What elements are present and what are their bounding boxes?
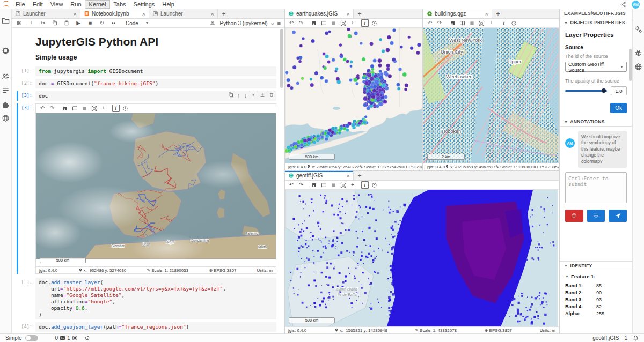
jupytergis-panel-icon[interactable] <box>633 60 644 73</box>
code-cell-2[interactable]: [2]: doc = GISDocument("france_hiking.jG… <box>14 79 276 88</box>
tab-notebook-ipynb[interactable]: Notebook.ipynb × <box>80 9 149 18</box>
share-icon[interactable] <box>619 1 627 8</box>
table-of-contents-icon[interactable] <box>0 83 12 97</box>
save-button[interactable] <box>15 19 24 27</box>
add-layer-icon[interactable]: + <box>348 181 357 189</box>
new-tab-button[interactable]: + <box>354 9 365 18</box>
tab-launcher-2[interactable]: Launcher × <box>149 9 218 18</box>
redo-icon[interactable]: ↷ <box>297 181 305 189</box>
user-avatar[interactable]: AM <box>632 1 640 9</box>
file-browser-icon[interactable] <box>0 13 12 27</box>
simple-mode-toggle[interactable] <box>25 335 38 341</box>
delete-cell-icon[interactable] <box>269 92 274 99</box>
temporal-icon[interactable] <box>121 105 129 112</box>
code-cell-4[interactable]: [ ]: doc.add_raster_layer( url="https://… <box>14 278 276 319</box>
kernel-status-icon[interactable]: ○ <box>271 20 274 26</box>
add-layer-icon[interactable]: + <box>348 19 357 27</box>
cut-cell-button[interactable]: ✂ <box>39 19 47 27</box>
current-document-label[interactable]: geotiff.jGIS <box>592 335 619 341</box>
layers-icon[interactable] <box>448 19 457 27</box>
menu-kernel[interactable]: Kernel <box>85 1 110 8</box>
menu-file[interactable]: File <box>12 1 29 8</box>
basemap-icon[interactable] <box>319 181 328 189</box>
zoom-extent-icon[interactable] <box>90 105 98 112</box>
close-icon[interactable]: × <box>347 173 350 179</box>
redo-icon[interactable]: ↷ <box>297 19 305 27</box>
identify-icon[interactable]: i <box>112 105 120 112</box>
debugger-panel-icon[interactable] <box>633 46 644 60</box>
undo-icon[interactable]: ↶ <box>38 105 47 112</box>
collaborators-icon[interactable] <box>0 69 12 83</box>
menu-help[interactable]: Help <box>158 1 178 8</box>
identify-icon[interactable]: i <box>500 19 508 27</box>
code-cell-1[interactable]: [1]: from jupytergis import GISDocument <box>14 66 276 76</box>
objects-properties-section-header[interactable]: ▼ Objects Properties <box>560 18 632 27</box>
move-cell-up-icon[interactable]: ↑ <box>237 92 240 99</box>
annotation-input[interactable] <box>565 172 627 203</box>
caret-down-icon[interactable]: ▼ <box>565 274 569 278</box>
toolbar-menu-icon[interactable]: ≡ <box>277 20 281 26</box>
kernel-name[interactable]: Python 3 (ipykernel) <box>220 20 268 26</box>
center-on-annotation-button[interactable] <box>587 210 605 222</box>
delete-annotation-button[interactable] <box>565 210 583 222</box>
paste-cell-button[interactable] <box>62 19 71 27</box>
close-icon[interactable]: × <box>485 11 488 17</box>
undo-icon[interactable]: ↶ <box>287 181 296 189</box>
basemap-icon[interactable] <box>319 19 328 27</box>
identify-icon[interactable]: i <box>361 181 369 189</box>
insert-cell-button[interactable]: + <box>27 19 35 27</box>
code-editor[interactable]: doc = GISDocument("france_hiking.jGIS") <box>39 80 273 87</box>
property-inspector-icon[interactable] <box>633 22 644 36</box>
identify-section-header[interactable]: ▼ Identify <box>560 261 632 270</box>
zoom-extent-icon[interactable] <box>339 19 347 27</box>
notebook-scrollbar[interactable] <box>280 29 283 332</box>
undo-icon[interactable]: ↶ <box>426 19 434 27</box>
new-tab-button[interactable]: + <box>492 9 504 18</box>
identify-icon[interactable]: i <box>361 19 369 27</box>
temporal-icon[interactable] <box>509 19 518 27</box>
menu-run[interactable]: Run <box>67 1 85 8</box>
add-layer-icon[interactable]: + <box>99 105 108 112</box>
bell-icon[interactable] <box>633 335 639 341</box>
menu-tabs[interactable]: Tabs <box>109 1 129 8</box>
code-editor[interactable]: from jupytergis import GISDocument <box>39 68 273 75</box>
buildings-map[interactable]: West New York Union City Weehawken Hobok… <box>423 28 559 163</box>
code-cell-5[interactable]: [4]: doc.add_geojson_layer(path="france_… <box>14 322 276 332</box>
submit-annotation-button[interactable] <box>609 210 627 222</box>
panel-scrollbar[interactable] <box>629 49 632 129</box>
ok-button[interactable]: Ok <box>610 103 627 113</box>
undo-icon[interactable]: ↶ <box>287 19 296 27</box>
france-map[interactable]: Gibraltar Oran Alger Constantine Palermo… <box>36 113 276 266</box>
redo-icon[interactable]: ↷ <box>48 105 56 112</box>
slider-thumb[interactable] <box>602 88 606 93</box>
layers-icon[interactable] <box>310 181 318 189</box>
redo-icon[interactable]: ↷ <box>435 19 444 27</box>
new-tab-button[interactable]: + <box>354 171 365 180</box>
notifications-count[interactable]: 1 <box>624 335 627 341</box>
tab-geotiff[interactable]: geotiff.jGIS × <box>285 171 354 180</box>
run-cell-button[interactable]: ▶ <box>74 19 83 27</box>
layers-icon[interactable] <box>310 19 318 27</box>
code-editor[interactable]: doc.add_raster_layer( url="https://mt1.g… <box>39 279 273 318</box>
temporal-icon[interactable] <box>370 19 378 27</box>
insert-cell-above-icon[interactable] <box>251 92 256 99</box>
run-all-button[interactable] <box>109 19 118 27</box>
code-cell-3[interactable]: [3]: doc ↑ ↓ <box>14 91 276 101</box>
tab-earthquakes[interactable]: earthquakes.jGIS × <box>285 9 354 18</box>
copy-cell-button[interactable] <box>50 19 59 27</box>
symbology-icon[interactable] <box>80 105 89 112</box>
basemap-icon[interactable] <box>458 19 466 27</box>
code-editor[interactable]: doc.add_geojson_layer(path="france_regio… <box>39 324 273 330</box>
running-sessions-icon[interactable] <box>0 43 12 57</box>
add-layer-icon[interactable]: + <box>487 19 495 27</box>
annotations-section-header[interactable]: ▼ Annotations <box>560 117 632 127</box>
menu-settings[interactable]: Settings <box>130 1 159 8</box>
symbology-icon[interactable] <box>467 19 476 27</box>
menu-view[interactable]: View <box>47 1 67 8</box>
extension-manager-icon[interactable] <box>0 97 12 111</box>
close-icon[interactable]: × <box>74 11 77 17</box>
geotiff-map[interactable]: Baffin Island Île de Baffin 500 km <box>285 190 559 326</box>
zoom-extent-icon[interactable] <box>477 19 486 27</box>
basemap-icon[interactable] <box>70 105 79 112</box>
layers-icon[interactable] <box>61 105 69 112</box>
